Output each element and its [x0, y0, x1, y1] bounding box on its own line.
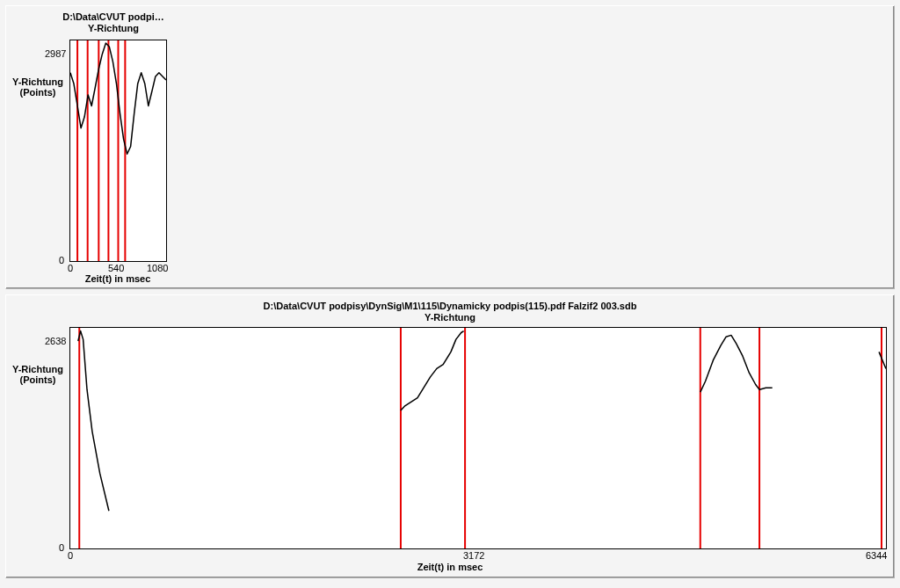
top-ytick-max: 2987 [45, 48, 66, 59]
top-plot-svg [70, 40, 166, 261]
bottom-xtick-0: 0 [68, 550, 73, 561]
top-panel: D:\Data\CVUT podpi… Y-Richtung 2987 Y-Ri… [5, 5, 895, 289]
top-xtick-mid: 540 [108, 263, 124, 273]
top-xtick-max: 1080 [147, 263, 168, 273]
bottom-xlabel: Zeit(t) in msec [417, 562, 483, 572]
top-chart-subtitle: Y-Richtung [88, 23, 139, 33]
bottom-xtick-mid: 3172 [463, 550, 484, 561]
top-chart-title-file: D:\Data\CVUT podpi… [62, 11, 164, 22]
top-plot-area [69, 40, 167, 262]
bottom-chart-subtitle: Y-Richtung [425, 312, 475, 323]
bottom-ylabel: Y-Richtung (Points) [11, 364, 64, 385]
signal-segment [78, 331, 109, 512]
top-xlabel: Zeit(t) in msec [85, 273, 151, 284]
bottom-ytick-min: 0 [59, 542, 64, 553]
bottom-ytick-max: 2638 [45, 336, 66, 346]
top-xtick-0: 0 [68, 263, 73, 273]
top-ytick-min: 0 [59, 255, 64, 265]
signal-segment [700, 335, 773, 392]
bottom-plot-area [69, 327, 887, 549]
signal-segment [401, 331, 464, 410]
bottom-chart-title-file: D:\Data\CVUT podpisy\DynSig\M1\115\Dynam… [264, 301, 637, 311]
bottom-chart-title: D:\Data\CVUT podpisy\DynSig\M1\115\Dynam… [142, 301, 758, 323]
bottom-plot-svg [70, 328, 886, 548]
bottom-panel: D:\Data\CVUT podpisy\DynSig\M1\115\Dynam… [5, 294, 895, 578]
top-chart-title: D:\Data\CVUT podpi… Y-Richtung [52, 11, 175, 34]
signal-segment [879, 352, 886, 368]
top-ylabel: Y-Richtung (Points) [11, 76, 64, 98]
bottom-xtick-max: 6344 [866, 550, 887, 561]
